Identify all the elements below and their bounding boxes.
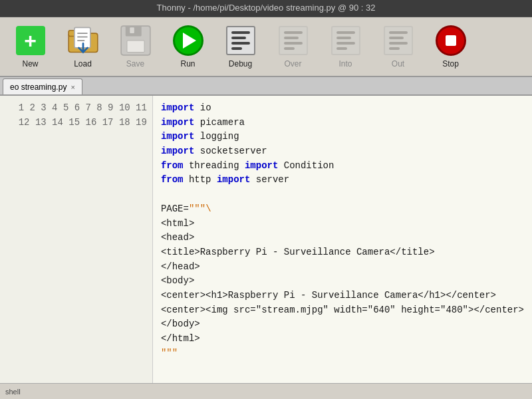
new-label: New bbox=[22, 59, 38, 68]
load-button[interactable]: Load bbox=[58, 21, 108, 72]
save-button[interactable]: Save bbox=[110, 21, 160, 72]
out-button[interactable]: Out bbox=[373, 21, 423, 72]
load-icon-area bbox=[67, 25, 99, 57]
new-icon bbox=[16, 26, 45, 55]
code-area[interactable]: import io import picamera import logging… bbox=[153, 96, 532, 383]
new-icon-area bbox=[15, 25, 47, 57]
into-icon-area bbox=[330, 25, 362, 57]
save-label: Save bbox=[126, 59, 144, 68]
tab-label: eo streaming.py bbox=[10, 82, 66, 92]
new-button[interactable]: New bbox=[5, 21, 55, 72]
stop-icon-area bbox=[435, 25, 467, 57]
status-bar: shell bbox=[0, 383, 532, 399]
save-icon-area bbox=[120, 25, 152, 57]
debug-icon bbox=[226, 26, 255, 55]
over-label: Over bbox=[284, 59, 301, 68]
run-icon-area bbox=[172, 25, 204, 57]
over-button[interactable]: Over bbox=[268, 21, 318, 72]
editor[interactable]: 1 2 3 4 5 6 7 8 9 10 11 12 13 14 15 16 1… bbox=[0, 96, 532, 383]
load-icon bbox=[67, 25, 99, 57]
svg-rect-9 bbox=[130, 27, 134, 33]
load-label: Load bbox=[74, 59, 92, 68]
into-label: Into bbox=[338, 59, 352, 68]
file-tab[interactable]: eo streaming.py × bbox=[3, 78, 82, 94]
debug-label: Debug bbox=[229, 59, 252, 68]
line-numbers: 1 2 3 4 5 6 7 8 9 10 11 12 13 14 15 16 1… bbox=[0, 96, 153, 383]
debug-button[interactable]: Debug bbox=[215, 21, 265, 72]
over-icon bbox=[279, 26, 308, 55]
out-icon bbox=[384, 26, 413, 55]
out-label: Out bbox=[392, 59, 404, 68]
status-text: shell bbox=[5, 388, 21, 396]
out-icon-area bbox=[382, 25, 414, 57]
run-button[interactable]: Run bbox=[163, 21, 213, 72]
run-label: Run bbox=[180, 59, 195, 68]
run-icon bbox=[173, 25, 203, 56]
toolbar: New Load bbox=[0, 17, 532, 77]
tab-bar: eo streaming.py × bbox=[0, 77, 532, 96]
stop-label: Stop bbox=[442, 59, 459, 68]
tab-close-button[interactable]: × bbox=[70, 83, 74, 91]
stop-button[interactable]: Stop bbox=[426, 21, 475, 72]
into-button[interactable]: Into bbox=[321, 21, 370, 72]
stop-icon bbox=[436, 25, 466, 56]
title-bar: Thonny - /home/pi/Desktop/video streamin… bbox=[0, 0, 532, 17]
debug-icon-area bbox=[225, 25, 257, 57]
svg-rect-8 bbox=[126, 41, 144, 52]
title-text: Thonny - /home/pi/Desktop/video streamin… bbox=[157, 3, 376, 13]
into-icon bbox=[331, 26, 360, 55]
over-icon-area bbox=[277, 25, 309, 57]
save-icon bbox=[120, 25, 152, 57]
